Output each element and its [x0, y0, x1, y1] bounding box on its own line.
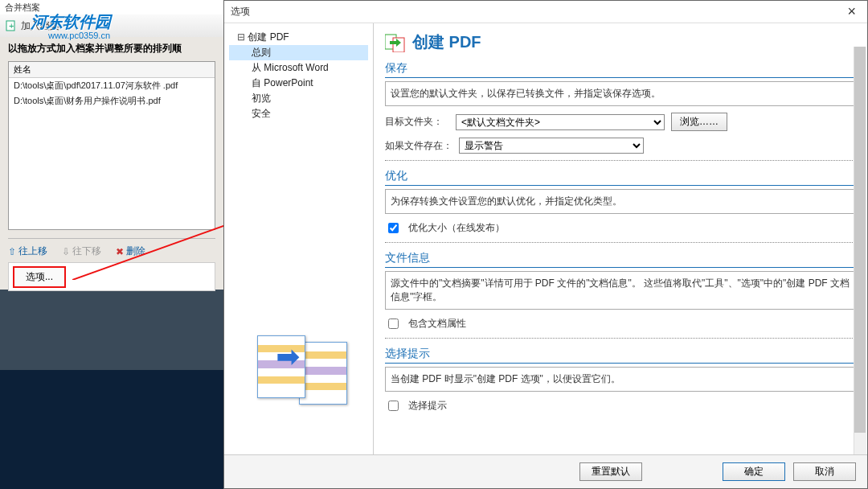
bg-options-row: 选项... [8, 262, 215, 291]
arrow-right-icon: ➡ [276, 340, 299, 372]
tree-item-powerpoint[interactable]: 自 PowerPoint [229, 76, 368, 91]
tree-item-general[interactable]: 总则 [229, 45, 368, 60]
dialog-title: 选项 [231, 5, 250, 18]
dialog-footer: 重置默认 确定 取消 [224, 454, 867, 488]
cancel-button[interactable]: 取消 [793, 462, 856, 481]
include-props-label: 包含文档属性 [408, 317, 466, 331]
add-file-button[interactable]: 加入档案 [21, 19, 59, 33]
list-item[interactable]: D:\tools\桌面\财务用户操作说明书.pdf [9, 93, 215, 109]
bg-actions: ⇧往上移 ⇩往下移 ✖删除 [8, 238, 215, 259]
bg-window-title: 合并档案 [0, 0, 223, 14]
prompt-label: 选择提示 [408, 399, 447, 413]
file-exists-select[interactable]: 显示警告 [459, 138, 644, 154]
section-prompt-title: 选择提示 [385, 347, 856, 364]
optimize-size-checkbox[interactable] [388, 223, 399, 233]
include-props-checkbox[interactable] [388, 318, 399, 329]
move-down-button[interactable]: ⇩往下移 [62, 244, 101, 258]
move-up-button[interactable]: ⇧往上移 [8, 244, 47, 258]
close-icon[interactable]: × [842, 3, 861, 20]
file-list[interactable]: 姓名 D:\tools\桌面\pdf\2017.11.07河东软件 .pdf D… [8, 61, 215, 230]
content-panel: 创建 PDF 保存 设置您的默认文件夹，以保存已转换文件，并指定该保存选项。 目… [374, 23, 867, 454]
section-fileinfo-title: 文件信息 [385, 251, 856, 268]
reset-defaults-button[interactable]: 重置默认 [579, 462, 642, 481]
section-prompt-desc: 当创建 PDF 时显示"创建 PDF 选项"，以便设置它们。 [385, 367, 856, 392]
delete-icon: ✖ [116, 246, 124, 257]
tree-item-word[interactable]: 从 Microsoft Word [229, 60, 368, 76]
optimize-size-label: 优化大小（在线发布） [408, 221, 505, 235]
tree-root[interactable]: 创建 PDF [229, 30, 368, 45]
bg-toolbar: + 加入档案 [0, 14, 223, 37]
prompt-checkbox[interactable] [388, 401, 399, 411]
svg-text:+: + [9, 21, 14, 31]
options-button[interactable]: 选项... [13, 266, 66, 288]
ok-button[interactable]: 确定 [723, 462, 785, 481]
nav-tree[interactable]: 创建 PDF 总则 从 Microsoft Word 自 PowerPoint … [224, 23, 374, 454]
scrollbar-thumb[interactable] [854, 47, 866, 433]
page-title: 创建 PDF [385, 31, 856, 53]
arrow-up-icon: ⇧ [8, 246, 16, 257]
file-list-header: 姓名 [9, 62, 215, 78]
target-folder-select[interactable]: <默认文档文件夹> [456, 114, 665, 130]
section-optimize-title: 优化 [385, 169, 856, 186]
browse-button[interactable]: 浏览…… [671, 113, 727, 131]
section-optimize-desc: 为保存转换文件设置您的默认优化，并指定优化类型。 [385, 189, 856, 214]
section-save-title: 保存 [385, 61, 856, 78]
bg-instruction: 以拖放方式加入档案并调整所要的排列顺 [8, 42, 217, 58]
dialog-titlebar: 选项 × [224, 1, 867, 23]
file-exists-label: 如果文件存在： [385, 139, 452, 153]
add-file-icon: + [5, 19, 18, 32]
tree-item-security[interactable]: 安全 [229, 106, 368, 121]
tree-item-preview[interactable]: 初览 [229, 91, 368, 106]
options-dialog: 选项 × 创建 PDF 总则 从 Microsoft Word 自 PowerP… [223, 0, 868, 489]
tree-illustration: ➡ [235, 321, 363, 425]
section-fileinfo-desc: 源文件中的"文档摘要"详情可用于 PDF 文件的"文档信息"。 这些值将取代"工… [385, 271, 856, 310]
arrow-down-icon: ⇩ [62, 246, 70, 257]
target-folder-label: 目标文件夹： [385, 115, 449, 129]
delete-button[interactable]: ✖删除 [116, 244, 145, 258]
svg-rect-5 [393, 38, 404, 52]
create-pdf-icon [385, 33, 407, 52]
list-item[interactable]: D:\tools\桌面\pdf\2017.11.07河东软件 .pdf [9, 78, 215, 93]
section-save-desc: 设置您的默认文件夹，以保存已转换文件，并指定该保存选项。 [385, 81, 856, 106]
